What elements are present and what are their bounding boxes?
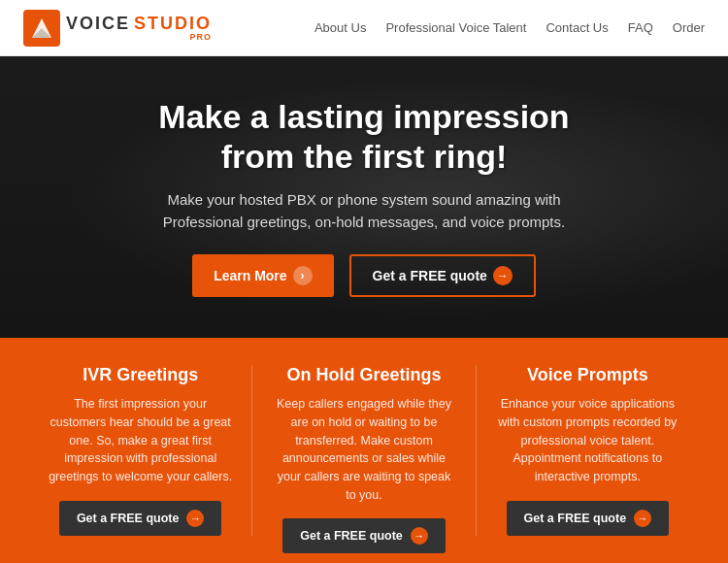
service-ivr: IVR Greetings The first impression your …: [29, 365, 252, 536]
nav-order[interactable]: Order: [673, 20, 705, 35]
learn-arrow-icon: ›: [293, 266, 313, 285]
logo-svg: [28, 15, 55, 42]
service-onhold: On Hold Greetings Keep callers engaged w…: [252, 365, 476, 536]
header: VOICE STUDIO PRO About Us Professional V…: [0, 0, 728, 56]
hero-section: Make a lasting impression from the first…: [0, 56, 728, 338]
logo: VOICE STUDIO PRO: [23, 10, 212, 47]
nav-talent[interactable]: Professional Voice Talent: [385, 20, 526, 35]
learn-more-button[interactable]: Learn More ›: [192, 254, 333, 297]
ivr-quote-button[interactable]: Get a FREE quote →: [59, 501, 222, 536]
onhold-description: Keep callers engaged while they are on h…: [272, 395, 455, 505]
voice-description: Enhance your voice applications with cus…: [496, 395, 679, 487]
onhold-title: On Hold Greetings: [286, 365, 441, 385]
hero-headline: Make a lasting impression from the first…: [131, 97, 597, 177]
logo-voice-label: VOICE: [66, 15, 130, 32]
voice-arrow-icon: →: [634, 510, 651, 527]
logo-text: VOICE STUDIO PRO: [66, 15, 212, 42]
nav-faq[interactable]: FAQ: [628, 20, 653, 35]
service-voice: Voice Prompts Enhance your voice applica…: [477, 365, 699, 536]
onhold-arrow-icon: →: [411, 527, 428, 545]
logo-pro-label: PRO: [66, 33, 212, 42]
hero-buttons: Learn More › Get a FREE quote →: [131, 254, 597, 297]
nav-about[interactable]: About Us: [314, 20, 366, 35]
main-nav: About Us Professional Voice Talent Conta…: [314, 20, 705, 35]
logo-icon: [23, 10, 60, 47]
voice-quote-button[interactable]: Get a FREE quote →: [507, 501, 670, 536]
services-section: IVR Greetings The first impression your …: [0, 338, 728, 563]
ivr-arrow-icon: →: [186, 510, 204, 527]
onhold-quote-button[interactable]: Get a FREE quote →: [282, 518, 446, 553]
nav-contact[interactable]: Contact Us: [546, 20, 608, 35]
voice-title: Voice Prompts: [527, 365, 648, 385]
free-quote-hero-button[interactable]: Get a FREE quote →: [349, 254, 536, 297]
ivr-description: The first impression your customers hear…: [49, 395, 232, 487]
free-quote-arrow-icon: →: [493, 266, 513, 285]
hero-subtext: Make your hosted PBX or phone system sou…: [131, 189, 597, 233]
hero-content: Make a lasting impression from the first…: [92, 97, 636, 298]
ivr-title: IVR Greetings: [83, 365, 198, 385]
logo-studio-label: STUDIO: [134, 15, 212, 32]
